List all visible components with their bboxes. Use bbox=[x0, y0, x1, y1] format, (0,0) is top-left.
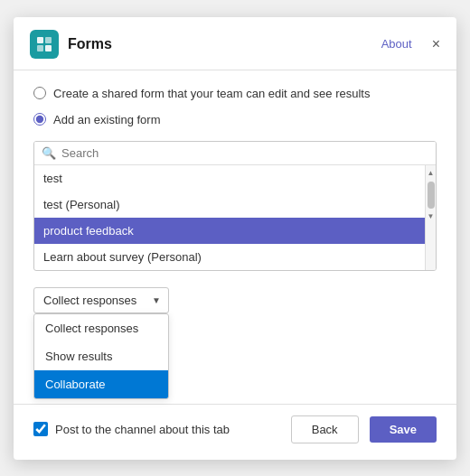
about-link[interactable]: About bbox=[381, 37, 412, 51]
svg-rect-3 bbox=[45, 45, 52, 51]
svg-rect-2 bbox=[37, 45, 43, 51]
list-item[interactable]: test (Personal) bbox=[34, 191, 425, 218]
post-to-channel-row: Post to the channel about this tab bbox=[33, 422, 280, 436]
items-area: test test (Personal) product feedback Le… bbox=[34, 165, 436, 270]
add-existing-row: Add an existing form bbox=[33, 113, 437, 126]
list-item[interactable]: test bbox=[34, 165, 425, 191]
list-item-label: product feedback bbox=[43, 224, 134, 238]
collect-dropdown-menu: Collect responses Show results Collabora… bbox=[33, 313, 169, 399]
post-to-channel-checkbox[interactable] bbox=[33, 422, 48, 436]
dialog-footer: Post to the channel about this tab Back … bbox=[14, 404, 456, 460]
dropdown-item-label: Collect responses bbox=[45, 322, 138, 335]
dialog-body: Create a shared form that your team can … bbox=[14, 70, 456, 404]
add-existing-radio[interactable] bbox=[33, 113, 46, 126]
svg-rect-1 bbox=[45, 37, 52, 43]
close-button[interactable]: × bbox=[432, 37, 440, 51]
dropdown-current-value: Collect responses bbox=[43, 294, 136, 307]
items-list: test test (Personal) product feedback Le… bbox=[34, 165, 425, 270]
dropdown-item-collaborate[interactable]: Collaborate bbox=[34, 370, 168, 398]
collect-dropdown-wrap: Collect responses ▼ Collect responses Sh… bbox=[33, 287, 437, 313]
create-shared-row: Create a shared form that your team can … bbox=[33, 87, 437, 100]
list-item-selected[interactable]: product feedback bbox=[34, 218, 425, 244]
dropdown-item-collect[interactable]: Collect responses bbox=[34, 314, 168, 342]
save-button[interactable]: Save bbox=[370, 416, 437, 443]
add-existing-label: Add an existing form bbox=[53, 113, 161, 126]
forms-icon bbox=[30, 30, 59, 59]
scroll-thumb[interactable] bbox=[428, 182, 435, 209]
search-row: 🔍 bbox=[34, 142, 436, 165]
scrollbar[interactable]: ▲ ▼ bbox=[425, 165, 436, 270]
collect-dropdown-button[interactable]: Collect responses ▼ bbox=[33, 287, 169, 313]
list-item-label: test bbox=[43, 172, 62, 185]
forms-dialog: Forms About × Create a shared form that … bbox=[14, 17, 456, 460]
search-input[interactable] bbox=[61, 146, 428, 160]
list-item-label: test (Personal) bbox=[43, 198, 120, 211]
create-shared-radio[interactable] bbox=[33, 87, 46, 99]
search-icon: 🔍 bbox=[42, 146, 56, 160]
list-item-label: Learn about survey (Personal) bbox=[43, 250, 202, 264]
list-item[interactable]: Learn about survey (Personal) bbox=[34, 244, 425, 270]
dialog-title: Forms bbox=[68, 36, 372, 52]
dialog-header: Forms About × bbox=[14, 17, 456, 70]
dropdown-item-results[interactable]: Show results bbox=[34, 342, 168, 370]
svg-rect-0 bbox=[37, 37, 43, 43]
create-shared-label: Create a shared form that your team can … bbox=[53, 87, 370, 100]
back-button[interactable]: Back bbox=[291, 415, 359, 443]
scroll-down-button[interactable]: ▼ bbox=[426, 210, 437, 223]
dropdown-arrow-icon: ▼ bbox=[152, 295, 161, 305]
dropdown-item-label: Collaborate bbox=[45, 378, 106, 391]
post-to-channel-label: Post to the channel about this tab bbox=[55, 423, 230, 436]
form-search-list: 🔍 test test (Personal) product feedback … bbox=[33, 141, 437, 271]
dropdown-item-label: Show results bbox=[45, 350, 112, 363]
scroll-up-button[interactable]: ▲ bbox=[426, 167, 437, 180]
